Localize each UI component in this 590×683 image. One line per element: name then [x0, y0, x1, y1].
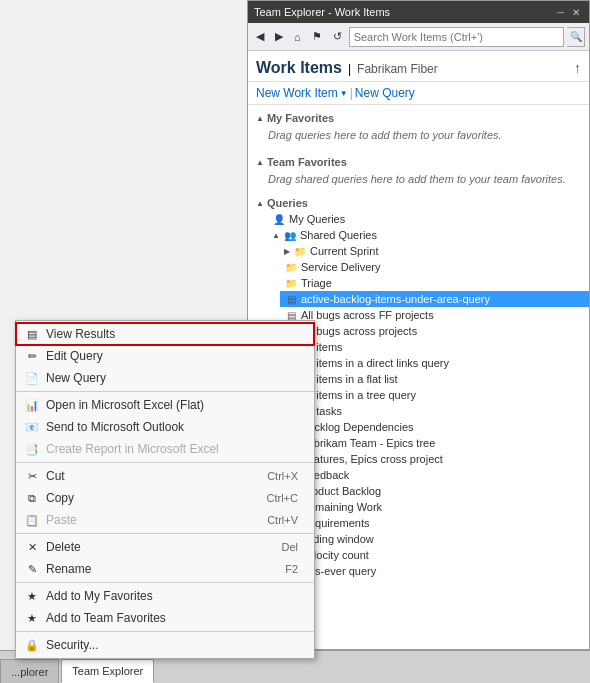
my-queries-label: My Queries: [289, 213, 345, 225]
pin-button[interactable]: ─: [554, 6, 567, 19]
query-item[interactable]: ▤Sliding window: [280, 531, 589, 547]
query-item[interactable]: ▤All bugs across projects: [280, 323, 589, 339]
menu-shortcut: Del: [281, 541, 298, 553]
menu-separator: [16, 582, 314, 583]
new-work-item-dropdown[interactable]: ▼: [340, 89, 348, 98]
search-input[interactable]: [349, 27, 564, 47]
menu-item-paste: 📋 Paste Ctrl+V: [16, 509, 314, 531]
menu-item-label: Security...: [46, 638, 298, 652]
query-item[interactable]: ▤was-ever query: [280, 563, 589, 579]
forward-button[interactable]: ▶: [271, 28, 287, 45]
back-button[interactable]: ◀: [252, 28, 268, 45]
folder3-icon: 📁: [284, 276, 298, 290]
query-item[interactable]: ▤All items: [280, 339, 589, 355]
menu-item-rename[interactable]: ✎ Rename F2: [16, 558, 314, 580]
menu-item-new-query[interactable]: 📄 New Query: [16, 367, 314, 389]
refresh-button[interactable]: ↺: [329, 28, 346, 45]
pending-button[interactable]: ⚑: [308, 28, 326, 45]
query-item[interactable]: ▤Backlog Dependencies: [280, 419, 589, 435]
current-sprint-arrow: ▶: [284, 247, 290, 256]
my-favorites-content: Drag queries here to add them to your fa…: [256, 127, 581, 145]
query-item-label: active-backlog-items-under-area-query: [301, 293, 490, 305]
menu-item-view-results[interactable]: ▤ View Results: [16, 323, 314, 345]
project-name: Fabrikam Fiber: [357, 62, 438, 76]
query-item[interactable]: ▤Product Backlog: [280, 483, 589, 499]
query-item[interactable]: ▤All bugs across FF projects: [280, 307, 589, 323]
group-icon: 👥: [283, 228, 297, 242]
left-tab-label: ...plorer: [11, 666, 48, 678]
new-work-item-button[interactable]: New Work Item: [256, 86, 338, 100]
query-item[interactable]: ▤Features, Epics cross project: [280, 451, 589, 467]
menu-shortcut: F2: [285, 563, 298, 575]
context-menu: ▤ View Results ✏ Edit Query 📄 New Query …: [15, 320, 315, 659]
menu-item-label: Delete: [46, 540, 275, 554]
triage-item[interactable]: 📁 Triage: [280, 275, 589, 291]
menu-separator: [16, 631, 314, 632]
team-explorer-tab-left[interactable]: ...plorer: [0, 659, 59, 683]
menu-icon-outlook: 📧: [24, 419, 40, 435]
page-title: Work Items: [256, 59, 342, 77]
menu-shortcut: Ctrl+X: [267, 470, 298, 482]
query-item[interactable]: ▤Velocity count: [280, 547, 589, 563]
query-item[interactable]: ▤Fabrikam Team - Epics tree: [280, 435, 589, 451]
query-item-label: All bugs across projects: [301, 325, 417, 337]
shared-queries-label: Shared Queries: [300, 229, 377, 241]
service-delivery-label: Service Delivery: [301, 261, 380, 273]
query-item[interactable]: ▤All tasks: [280, 403, 589, 419]
menu-separator: [16, 391, 314, 392]
my-queries-item[interactable]: 👤 My Queries: [268, 211, 589, 227]
panel-up-button[interactable]: ↑: [574, 60, 581, 76]
menu-icon-star: ★: [24, 588, 40, 604]
menu-item-add-favorites[interactable]: ★ Add to My Favorites: [16, 585, 314, 607]
menu-icon-results: ▤: [24, 326, 40, 342]
home-button[interactable]: ⌂: [290, 29, 305, 45]
person-icon: 👤: [272, 212, 286, 226]
menu-shortcut: Ctrl+C: [267, 492, 298, 504]
menu-item-label: Edit Query: [46, 349, 298, 363]
search-button[interactable]: 🔍: [567, 27, 585, 47]
shared-queries-item[interactable]: ▲ 👥 Shared Queries: [268, 227, 589, 243]
team-explorer-tab[interactable]: Team Explorer: [61, 659, 154, 683]
menu-item-label: Copy: [46, 491, 261, 505]
query-item[interactable]: ▤active-backlog-items-under-area-query: [280, 291, 589, 307]
query-icon: ▤: [284, 292, 298, 306]
menu-item-add-team-favorites[interactable]: ★ Add to Team Favorites: [16, 607, 314, 629]
my-favorites-header[interactable]: ▲ My Favorites: [256, 109, 581, 127]
close-button[interactable]: ✕: [569, 6, 583, 19]
query-item-label: All items in a flat list: [301, 373, 398, 385]
queries-triangle: ▲: [256, 199, 264, 208]
menu-icon-rename: ✎: [24, 561, 40, 577]
query-item[interactable]: ▤Feedback: [280, 467, 589, 483]
query-item-label: All items in a direct links query: [301, 357, 449, 369]
menu-item-copy[interactable]: ⧉ Copy Ctrl+C: [16, 487, 314, 509]
menu-icon-delete: ✕: [24, 539, 40, 555]
menu-item-open-excel[interactable]: 📊 Open in Microsoft Excel (Flat): [16, 394, 314, 416]
query-item[interactable]: ▤All items in a flat list: [280, 371, 589, 387]
query-item-label: Features, Epics cross project: [301, 453, 443, 465]
query-item[interactable]: ▤All items in a direct links query: [280, 355, 589, 371]
query-item-label: All bugs across FF projects: [301, 309, 434, 321]
menu-item-edit-query[interactable]: ✏ Edit Query: [16, 345, 314, 367]
title-bar-left: Team Explorer - Work Items: [254, 6, 390, 18]
current-sprint-item[interactable]: ▶ 📁 Current Sprint: [280, 243, 589, 259]
shared-expand-arrow: ▲: [272, 231, 280, 240]
menu-item-send-outlook[interactable]: 📧 Send to Microsoft Outlook: [16, 416, 314, 438]
menu-icon-report: 📑: [24, 441, 40, 457]
work-items-header: Work Items | Fabrikam Fiber ↑: [248, 51, 589, 82]
service-delivery-item[interactable]: 📁 Service Delivery: [280, 259, 589, 275]
team-favorites-content: Drag shared queries here to add them to …: [256, 171, 581, 189]
team-explorer-tab-label: Team Explorer: [72, 665, 143, 677]
new-query-button[interactable]: New Query: [355, 86, 415, 100]
query-item[interactable]: ▤All items in a tree query: [280, 387, 589, 403]
menu-item-delete[interactable]: ✕ Delete Del: [16, 536, 314, 558]
title-bar-controls: ─ ✕: [554, 6, 583, 19]
query-item-label: All items in a tree query: [301, 389, 416, 401]
queries-header[interactable]: ▲ Queries: [256, 193, 589, 211]
folder2-icon: 📁: [284, 260, 298, 274]
query-item[interactable]: ▤Requirements: [280, 515, 589, 531]
menu-icon-copy: ⧉: [24, 490, 40, 506]
menu-item-cut[interactable]: ✂ Cut Ctrl+X: [16, 465, 314, 487]
team-favorites-header[interactable]: ▲ Team Favorites: [256, 153, 581, 171]
menu-item-security[interactable]: 🔒 Security...: [16, 634, 314, 656]
query-item[interactable]: ▤Remaining Work: [280, 499, 589, 515]
